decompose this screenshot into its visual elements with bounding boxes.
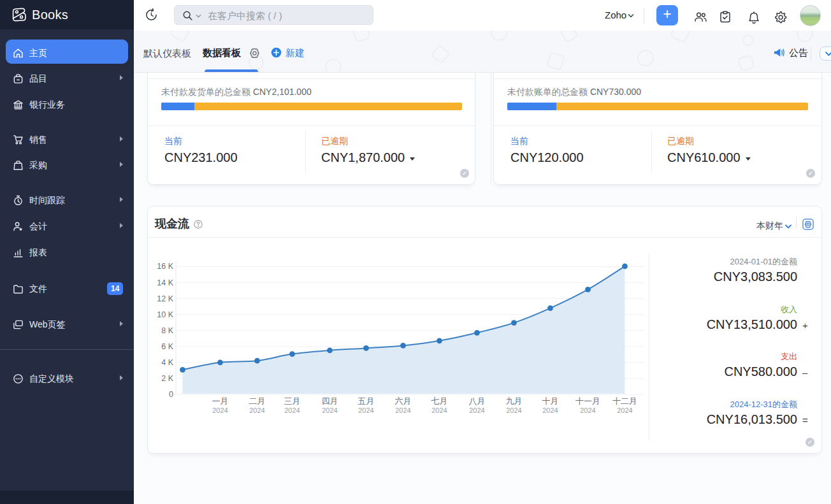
svg-text:十一月: 十一月	[575, 396, 600, 406]
svg-text:2 K: 2 K	[161, 374, 173, 383]
svg-text:2024: 2024	[506, 407, 521, 414]
svg-text:四月: 四月	[322, 396, 338, 406]
svg-text:12 K: 12 K	[157, 294, 173, 303]
svg-text:14 K: 14 K	[157, 278, 173, 287]
svg-text:2024: 2024	[431, 407, 447, 414]
svg-text:8 K: 8 K	[161, 326, 173, 335]
svg-text:0: 0	[169, 390, 173, 399]
svg-text:2024: 2024	[284, 407, 300, 414]
svg-text:二月: 二月	[249, 396, 266, 406]
svg-text:2024: 2024	[249, 407, 264, 414]
svg-text:2024: 2024	[395, 407, 410, 414]
svg-text:九月: 九月	[506, 396, 523, 406]
svg-text:16 K: 16 K	[157, 262, 173, 271]
svg-text:十月: 十月	[542, 396, 559, 406]
svg-text:三月: 三月	[284, 396, 301, 406]
svg-text:2024: 2024	[542, 407, 558, 414]
svg-text:2024: 2024	[358, 407, 373, 414]
svg-text:六月: 六月	[395, 396, 412, 406]
svg-text:一月: 一月	[212, 396, 229, 406]
svg-text:10 K: 10 K	[157, 310, 173, 319]
svg-text:十二月: 十二月	[612, 396, 637, 406]
svg-text:2024: 2024	[580, 407, 595, 414]
svg-text:七月: 七月	[431, 396, 448, 406]
svg-text:八月: 八月	[469, 396, 486, 406]
svg-text:五月: 五月	[358, 396, 375, 406]
svg-text:2024: 2024	[617, 407, 632, 414]
svg-text:2024: 2024	[212, 407, 228, 414]
svg-text:2024: 2024	[469, 407, 484, 414]
svg-text:2024: 2024	[322, 407, 337, 414]
svg-text:4 K: 4 K	[161, 358, 173, 367]
svg-text:6 K: 6 K	[161, 342, 173, 351]
